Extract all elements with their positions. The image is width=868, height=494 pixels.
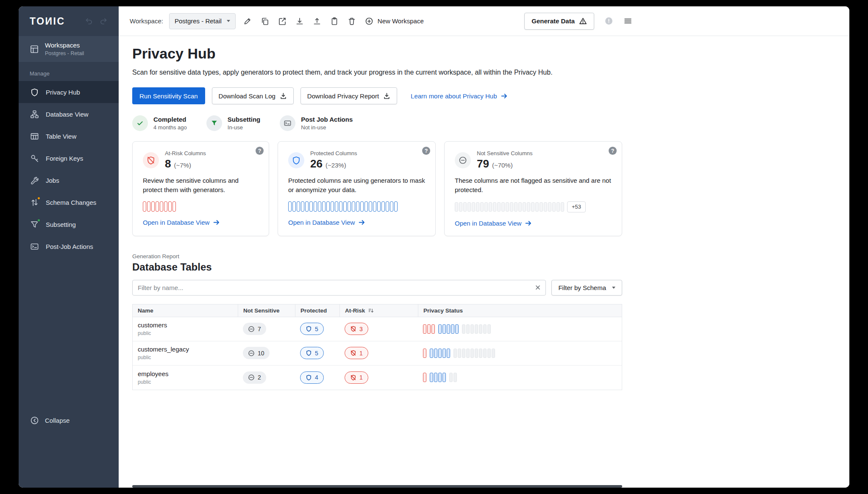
status-segment bbox=[501, 202, 505, 212]
status-segment bbox=[356, 201, 359, 212]
delete-workspace-icon[interactable] bbox=[348, 17, 356, 25]
help-icon[interactable]: ? bbox=[422, 147, 430, 155]
help-icon[interactable]: ? bbox=[256, 147, 264, 155]
sidebar-item-schema-changes[interactable]: Schema Changes bbox=[19, 191, 119, 213]
download-icon[interactable] bbox=[295, 17, 304, 25]
clipboard-icon[interactable] bbox=[330, 17, 339, 25]
status-segment bbox=[480, 202, 484, 212]
filter-by-schema-button[interactable]: Filter by Schema bbox=[551, 280, 622, 296]
status-segment bbox=[381, 201, 385, 212]
new-workspace-button[interactable]: New Workspace bbox=[364, 17, 424, 26]
workspace-selector[interactable]: Postgres - Retail bbox=[169, 13, 236, 29]
status-segment bbox=[544, 202, 547, 212]
edit-workspace-icon[interactable] bbox=[243, 17, 252, 25]
not-sensitive-count-pill[interactable]: 7 bbox=[243, 323, 266, 335]
status-segment bbox=[518, 202, 522, 212]
clear-filter-icon[interactable] bbox=[534, 284, 542, 291]
column-header-protected[interactable]: Protected bbox=[295, 304, 339, 317]
privacy-status-bar bbox=[418, 324, 622, 334]
schema-changes-icon bbox=[30, 198, 39, 207]
page-subtitle: Scan for sensitive data types, apply gen… bbox=[132, 69, 836, 76]
at-risk-count-pill[interactable]: 3 bbox=[345, 323, 368, 335]
status-segment bbox=[442, 349, 446, 358]
table-row-customers-legacy[interactable]: customers_legacy public 10 5 1 bbox=[133, 341, 622, 366]
key-icon bbox=[30, 154, 39, 163]
upload-icon[interactable] bbox=[313, 17, 321, 25]
plus-circle-icon bbox=[364, 17, 374, 26]
redo-icon[interactable] bbox=[99, 17, 108, 25]
table-row-employees[interactable]: employees public 2 4 1 bbox=[133, 366, 622, 390]
table-grid-icon bbox=[30, 131, 39, 141]
download-scan-log-button[interactable]: Download Scan Log bbox=[212, 87, 294, 104]
status-segment bbox=[442, 373, 446, 382]
status-segment bbox=[447, 324, 450, 334]
download-privacy-report-button[interactable]: Download Privacy Report bbox=[300, 87, 397, 104]
shield-icon bbox=[30, 87, 39, 97]
table-header: Name Not Sensitive Protected At-Risk Pri… bbox=[133, 304, 622, 317]
status-segment bbox=[470, 349, 474, 358]
collapse-arrow-icon bbox=[30, 416, 39, 425]
status-segment bbox=[151, 201, 155, 212]
status-segment bbox=[455, 324, 459, 334]
at-risk-count-pill[interactable]: 1 bbox=[345, 347, 368, 359]
not-sensitive-count-pill[interactable]: 2 bbox=[243, 371, 266, 384]
status-segment bbox=[369, 201, 372, 212]
collapse-sidebar-button[interactable]: Collapse bbox=[19, 416, 119, 425]
status-segment bbox=[318, 201, 321, 212]
run-sensitivity-scan-button[interactable]: Run Sensitivity Scan bbox=[132, 87, 205, 104]
arrow-right-icon bbox=[525, 220, 532, 227]
duplicate-workspace-icon[interactable] bbox=[261, 17, 269, 25]
sidebar-item-post-job-actions[interactable]: Post-Job Actions bbox=[19, 235, 119, 257]
sidebar-workspaces[interactable]: Workspaces Postgres - Retail bbox=[19, 36, 119, 62]
status-segment bbox=[297, 201, 300, 212]
status-segment bbox=[390, 201, 393, 212]
undo-icon[interactable] bbox=[85, 17, 93, 25]
open-database-view-link[interactable]: Open in Database View bbox=[288, 219, 365, 226]
arrow-right-icon bbox=[358, 219, 365, 226]
status-segment bbox=[360, 201, 364, 212]
open-database-view-link[interactable]: Open in Database View bbox=[143, 219, 220, 226]
at-risk-segment-bar bbox=[143, 201, 259, 212]
app-window: TOИIC Workspaces Postgres - Retail Manag… bbox=[19, 6, 849, 488]
generate-data-button[interactable]: Generate Data bbox=[524, 13, 594, 30]
protected-count-pill[interactable]: 5 bbox=[300, 323, 324, 335]
subsetting-status: Subsetting In-use bbox=[206, 115, 261, 131]
minus-circle-icon bbox=[248, 374, 255, 381]
manage-section-label: Manage bbox=[19, 62, 119, 81]
info-icon[interactable] bbox=[604, 17, 613, 25]
column-header-at-risk[interactable]: At-Risk bbox=[339, 304, 418, 317]
status-segment bbox=[364, 201, 368, 212]
not-sensitive-count-pill[interactable]: 10 bbox=[243, 347, 270, 359]
at-risk-columns-card: ? At-Risk Columns 8(~7%) Review the sens… bbox=[132, 141, 269, 236]
minus-circle-icon bbox=[248, 350, 255, 357]
status-segment bbox=[305, 201, 309, 212]
sidebar-item-database-view[interactable]: Database View bbox=[19, 103, 119, 125]
protected-count-pill[interactable]: 4 bbox=[300, 371, 324, 384]
workspaces-label: Workspaces bbox=[45, 42, 84, 49]
column-header-privacy-status[interactable]: Privacy Status bbox=[418, 304, 622, 317]
protected-columns-card: ? Protected Columns 26(~23%) Protected c… bbox=[278, 141, 436, 236]
hamburger-menu-icon[interactable] bbox=[623, 17, 632, 25]
filter-by-name-input[interactable] bbox=[132, 280, 546, 296]
protected-count-pill[interactable]: 5 bbox=[300, 347, 324, 359]
minus-circle-icon bbox=[248, 326, 255, 332]
sidebar-item-jobs[interactable]: Jobs bbox=[19, 169, 119, 191]
learn-more-link[interactable]: Learn more about Privacy Hub bbox=[411, 92, 507, 100]
table-row-customers[interactable]: customers public 7 5 3 bbox=[133, 317, 622, 341]
sidebar-item-table-view[interactable]: Table View bbox=[19, 125, 119, 147]
status-segment bbox=[483, 324, 487, 334]
at-risk-count-pill[interactable]: 1 bbox=[345, 371, 368, 384]
sidebar-item-foreign-keys[interactable]: Foreign Keys bbox=[19, 147, 119, 169]
status-segment bbox=[427, 324, 431, 334]
status-segment bbox=[434, 373, 437, 382]
logo-row: TOИIC bbox=[19, 6, 119, 36]
column-header-name[interactable]: Name bbox=[133, 304, 238, 317]
open-external-icon[interactable] bbox=[278, 17, 287, 25]
chevron-down-icon bbox=[612, 287, 615, 289]
open-database-view-link[interactable]: Open in Database View bbox=[455, 220, 532, 227]
horizontal-scrollbar[interactable] bbox=[132, 485, 622, 488]
sidebar-item-subsetting[interactable]: Subsetting bbox=[19, 213, 119, 235]
column-header-not-sensitive[interactable]: Not Sensitive bbox=[238, 304, 295, 317]
sidebar-item-privacy-hub[interactable]: Privacy Hub bbox=[19, 81, 119, 103]
help-icon[interactable]: ? bbox=[609, 147, 617, 155]
